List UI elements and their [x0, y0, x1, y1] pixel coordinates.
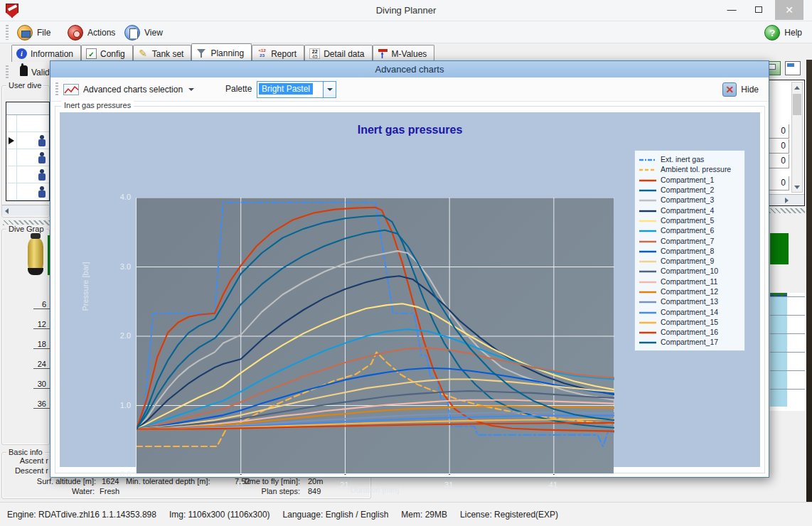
- tab-information[interactable]: iInformation: [11, 45, 81, 62]
- grid-header: [6, 102, 49, 115]
- scroll-down-icon[interactable]: [792, 182, 802, 192]
- y-tick-label: 4.0: [109, 193, 131, 201]
- hide-button[interactable]: ✕ Hide: [722, 80, 759, 99]
- tab-label: Detail data: [324, 49, 364, 59]
- help-label: Help: [784, 28, 802, 38]
- legend-item: Compartment_3: [639, 195, 742, 205]
- palette-combobox[interactable]: Bright Pastel: [257, 81, 336, 98]
- tab-config[interactable]: ✓Config: [81, 45, 133, 62]
- scroll-left-icon[interactable]: [2, 205, 12, 215]
- horizontal-scrollbar[interactable]: [2, 205, 49, 215]
- close-button[interactable]: ✕: [775, 0, 803, 20]
- tab-detail-data[interactable]: 2245Detail data: [304, 45, 372, 62]
- legend-item: Compartment_14: [639, 306, 742, 316]
- tab-label: Information: [31, 49, 73, 59]
- horizontal-scrollbar[interactable]: [769, 194, 804, 205]
- legend-item: Compartment_8: [639, 246, 742, 256]
- actions-menu-button[interactable]: Actions: [68, 23, 115, 41]
- legend-swatch: [639, 297, 656, 306]
- legend-item: Compartment_2: [639, 185, 742, 195]
- export-icon[interactable]: [785, 61, 801, 75]
- chart-canvas[interactable]: Inert gas pressures Pressure [bar] Durat…: [60, 112, 760, 467]
- legend-swatch: [639, 257, 656, 265]
- mvalues-icon: [378, 48, 388, 59]
- series-compartment-6: [137, 329, 614, 429]
- right-data-table[interactable]: 0000: [769, 80, 805, 206]
- legend-item: Ambient tol. pressure: [639, 164, 742, 174]
- surf-altitude-label: Surf. altitude [m]:: [0, 477, 96, 485]
- series-compartment-2: [137, 215, 614, 429]
- row-marker-icon: [9, 137, 14, 144]
- tab-report[interactable]: <1223Report: [252, 45, 304, 62]
- file-menu-button[interactable]: File: [17, 23, 50, 41]
- table-cell: 0: [769, 139, 789, 154]
- combobox-dropdown-icon[interactable]: [323, 82, 336, 97]
- view-menu-button[interactable]: View: [124, 23, 163, 41]
- legend-swatch: [639, 206, 656, 215]
- gear-icon: [68, 25, 83, 41]
- y-tick-label: 2.0: [109, 331, 131, 340]
- diver-icon: [38, 169, 46, 181]
- legend-label: Ambient tol. pressure: [661, 165, 731, 173]
- dive-graph-group: Dive Grap 61218243036 Depth [m]: [1, 229, 50, 445]
- tab-label: Planning: [210, 48, 244, 58]
- scroll-up-icon[interactable]: [792, 82, 802, 92]
- tab-label: Report: [271, 49, 297, 59]
- dialog-titlebar[interactable]: Advanced charts: [50, 61, 769, 77]
- list-item[interactable]: [6, 183, 49, 200]
- toolbar-grip[interactable]: [6, 65, 9, 80]
- toolbar-grip[interactable]: [55, 82, 58, 97]
- minimize-button[interactable]: —: [720, 0, 744, 20]
- status-segment: Engine: RDATdive.zhl16 1.1.14353.898: [7, 510, 156, 520]
- help-button[interactable]: ? Help: [764, 23, 802, 41]
- series-compartment-3: [137, 251, 614, 429]
- legend-swatch: [639, 165, 656, 173]
- list-item[interactable]: [6, 132, 49, 149]
- scroll-thumb[interactable]: [793, 94, 801, 115]
- legend-swatch: [639, 237, 656, 245]
- titlebar: Diving Planner — ✕: [0, 0, 812, 21]
- list-item[interactable]: [6, 166, 49, 183]
- legend-item: Compartment_5: [639, 215, 742, 225]
- legend-item: Compartment_15: [639, 317, 742, 327]
- diver-icon: [38, 186, 46, 198]
- splitter-handle[interactable]: [769, 208, 805, 213]
- toolbar-grip[interactable]: [6, 25, 9, 40]
- legend-item: Compartment_9: [639, 256, 742, 266]
- legend-item: Compartment_7: [639, 235, 742, 245]
- descent-rate-label: Descent r: [0, 466, 48, 475]
- scroll-right-icon[interactable]: [781, 195, 791, 205]
- legend-item: Compartment_1: [639, 175, 742, 185]
- legend-swatch: [639, 155, 656, 163]
- legend-swatch: [639, 186, 656, 194]
- list-item[interactable]: [6, 115, 49, 132]
- vertical-scrollbar[interactable]: [791, 82, 803, 193]
- validate-label[interactable]: Valid: [31, 68, 50, 77]
- charts-selection-button[interactable]: Advanced charts selection: [63, 80, 194, 99]
- legend-item: Ext. inert gas: [639, 154, 742, 164]
- file-icon: [17, 25, 33, 41]
- tab-tank-set[interactable]: ✎Tank set: [133, 45, 192, 62]
- tab-m-values[interactable]: M-Values: [373, 45, 435, 62]
- legend-label: Compartment_4: [661, 206, 714, 215]
- tab-planning[interactable]: Planning: [191, 43, 252, 62]
- legend-label: Compartment_5: [661, 216, 714, 225]
- funnel-icon: [196, 48, 207, 58]
- legend-label: Compartment_10: [661, 267, 718, 275]
- report-numbers-icon: <1223: [257, 48, 267, 59]
- maximize-icon: [755, 6, 762, 13]
- status-segment: License: Registered(EXP): [460, 510, 558, 520]
- time-to-fly-label: Time to fly [min]:: [215, 477, 300, 485]
- desktop-background: [806, 60, 812, 503]
- maximize-button[interactable]: [747, 0, 771, 20]
- tab-label: Config: [100, 49, 125, 59]
- water-label: Water:: [46, 487, 95, 495]
- legend-swatch: [639, 176, 656, 184]
- user-dive-grid[interactable]: [6, 102, 50, 201]
- legend-swatch: [639, 226, 656, 235]
- list-item[interactable]: [6, 149, 49, 166]
- water-value: Fresh: [100, 487, 119, 495]
- legend-label: Compartment_14: [661, 308, 718, 316]
- x-tick-label: 11: [230, 481, 251, 489]
- status-segment: Mem: 29MB: [401, 510, 447, 520]
